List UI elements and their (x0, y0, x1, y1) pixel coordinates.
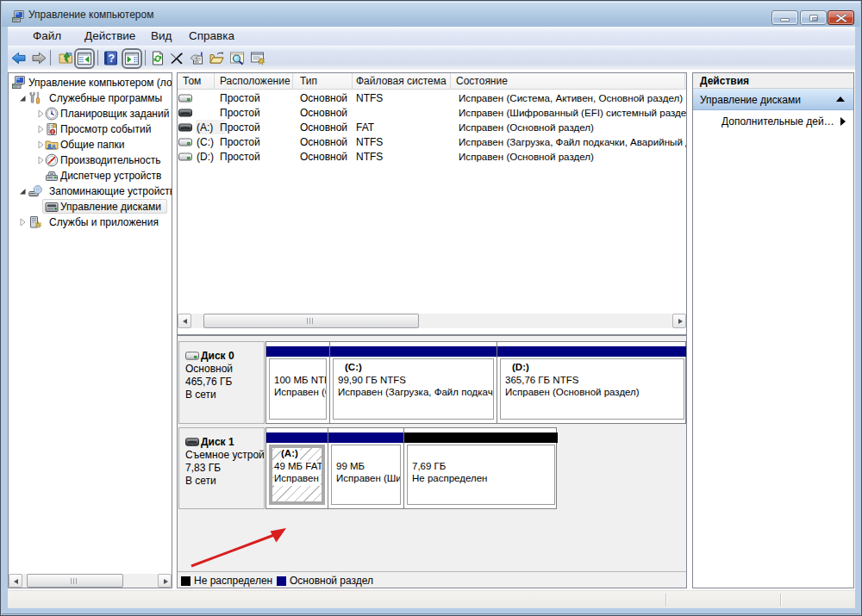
volume-fs: NTFS (356, 92, 383, 104)
actions-item-more-actions[interactable]: Дополнительные действия (693, 110, 853, 132)
volume-row-0[interactable]: ПростойОсновнойNTFSИсправен (Система, Ак… (178, 90, 686, 105)
toolbar-separator (145, 50, 146, 65)
disk-label-1[interactable]: Диск 1Съемное устройство7,83 ГБВ сети (178, 427, 265, 509)
actions-item-label: Дополнительные действия (721, 115, 835, 128)
disk-partitions-0: 100 МБ NTFSИсправен (Система, Активен, О… (265, 341, 686, 424)
scroll-right-button[interactable] (158, 574, 172, 588)
column-header-4[interactable]: Состояние (451, 73, 685, 90)
titlebar[interactable]: Управление компьютером (2, 2, 860, 27)
partition-1-1[interactable]: 99 МБИсправен (Шифрованный (EFI) системн… (328, 428, 403, 508)
menu-Вид[interactable]: Вид (151, 29, 172, 42)
partition-1-2[interactable]: 7,69 ГБНе распределен (403, 428, 558, 508)
collapse-caret-icon[interactable] (836, 96, 845, 102)
volume-location: Простой (220, 136, 260, 148)
volume-status: Исправен (Шифрованный (EFI) системный ра… (459, 107, 686, 118)
find-icon[interactable] (230, 51, 244, 65)
disk-label-0[interactable]: Диск 0Основной465,76 ГБВ сети (178, 341, 265, 424)
tree-item-label: Общие папки (60, 139, 124, 151)
forward-icon[interactable] (32, 51, 47, 65)
window-title: Управление компьютером (28, 9, 153, 21)
menu-Действие[interactable]: Действие (84, 29, 135, 42)
menu-Файл[interactable]: Файл (33, 29, 61, 42)
disk-partitions-1: (A:)49 МБ FATИсправен99 МБИсправен (Шифр… (265, 427, 557, 509)
volume-location: Простой (220, 151, 260, 163)
disk-info-line: 465,76 ГБ (185, 376, 264, 389)
actions-panel: Действия Управление дисками Дополнительн… (692, 72, 854, 588)
legend-swatch (181, 576, 191, 586)
tree-item-планировщик[interactable]: Планировщик заданий (9, 106, 172, 121)
up-folder-icon[interactable] (59, 51, 73, 65)
tree-item-label: Производительность (60, 154, 160, 166)
legend-item: Основной раздел (277, 575, 373, 587)
volume-status: Исправен (Основной раздел) (459, 151, 686, 162)
primary-partition-band (497, 346, 687, 357)
tree-expanded-icon[interactable] (17, 186, 28, 196)
scroll-left-button[interactable] (9, 574, 22, 588)
volume-status: Исправен (Основной раздел) (459, 121, 686, 133)
volume-row-(A:)[interactable]: (A:)ПростойОсновнойFATИсправен (Основной… (178, 120, 686, 134)
menu-Справка[interactable]: Справка (189, 29, 234, 42)
refresh-icon[interactable] (151, 51, 165, 65)
partition-0-2[interactable]: (D:)365,76 ГБ NTFSИсправен (Основной раз… (497, 342, 687, 423)
tree-item-диспетчер[interactable]: Диспетчер устройств (9, 168, 172, 184)
column-header-1[interactable]: Расположение (215, 73, 293, 90)
tree-item-служебные[interactable]: Служебные программы (9, 90, 172, 106)
tree-item-управление[interactable]: Управление дисками (9, 199, 172, 215)
partition-1-0[interactable]: (A:)49 МБ FATИсправен (266, 428, 328, 508)
disk-info-line: Съемное устройство (185, 449, 264, 462)
tree-item-производительность[interactable]: Производительность (9, 152, 172, 168)
disk-info-line: 7,83 ГБ (185, 462, 264, 475)
tree-collapsed-icon[interactable] (17, 217, 28, 227)
tree-item-label: Управление дисками (60, 201, 161, 213)
show-console-tree-button[interactable] (74, 48, 95, 69)
minimize-button[interactable] (771, 10, 798, 25)
tree-item-запоминающие[interactable]: Запоминающие устройства (9, 184, 172, 199)
computer-management-window: Управление компьютером ФайлДействиеВидСп… (0, 0, 862, 616)
volume-dark-icon (178, 108, 192, 117)
console-tree-panel: Управление компьютером (локальным) Служе… (8, 72, 172, 588)
show-action-pane-button[interactable] (122, 48, 142, 69)
legend-separator (178, 571, 686, 572)
column-header-0[interactable]: Том (178, 73, 215, 90)
close-button[interactable] (828, 10, 854, 25)
maximize-button[interactable] (800, 10, 827, 25)
minimize-icon (780, 18, 790, 22)
partition-0-0[interactable]: 100 МБ NTFSИсправен (Система, Активен, О… (266, 342, 329, 423)
tools-icon (28, 91, 42, 105)
help-icon[interactable]: ? (104, 51, 117, 65)
volume-row-1[interactable]: ПростойОсновнойИсправен (Шифрованный (EF… (178, 105, 686, 120)
tree-item-службы[interactable]: Службы и приложения (9, 215, 172, 230)
partition-0-1[interactable]: (C:)99,90 ГБ NTFSИсправен (Загрузка, Фай… (329, 342, 497, 423)
volume-location: Простой (220, 107, 260, 119)
open-icon[interactable] (209, 51, 224, 65)
scroll-left-button[interactable] (178, 314, 191, 328)
tree-item-общие[interactable]: Общие папки (9, 137, 172, 152)
delete-icon[interactable] (170, 51, 184, 65)
column-header-3[interactable]: Файловая система (353, 73, 451, 90)
primary-partition-band (328, 432, 403, 443)
scroll-right-button[interactable] (672, 314, 686, 328)
content-area: Управление компьютером (локальным) Служе… (8, 70, 855, 590)
back-icon[interactable] (11, 51, 26, 65)
tree-item-управление[interactable]: Управление компьютером (локальным) (9, 75, 172, 90)
actions-group-disk-management[interactable]: Управление дисками (693, 89, 853, 110)
scroll-thumb[interactable] (203, 314, 419, 328)
svg-text:?: ? (109, 53, 116, 65)
services-icon (28, 215, 42, 229)
volume-row-(D:)[interactable]: (D:)ПростойОсновнойNTFSИсправен (Основно… (178, 149, 686, 164)
column-header-2[interactable]: Тип (293, 73, 353, 90)
tree-horizontal-scrollbar[interactable] (9, 574, 172, 588)
scroll-thumb[interactable] (27, 574, 123, 588)
properties-icon[interactable] (190, 51, 204, 65)
partition-line: (A:) (281, 448, 300, 461)
volume-letter: (D:) (197, 151, 214, 163)
volume-fs: NTFS (356, 151, 383, 163)
tree-expanded-icon[interactable] (17, 93, 28, 103)
volume-type: Основной (300, 121, 347, 134)
snapin-icon[interactable] (251, 51, 265, 65)
tree-item-просмотр[interactable]: Просмотр событий (9, 121, 172, 137)
volume-fs: FAT (356, 121, 374, 134)
volume-list-horizontal-scrollbar[interactable] (178, 314, 686, 328)
partition-line: Исправен (274, 473, 321, 486)
volume-row-(C:)[interactable]: (C:)ПростойОсновнойNTFSИсправен (Загрузк… (178, 134, 686, 149)
